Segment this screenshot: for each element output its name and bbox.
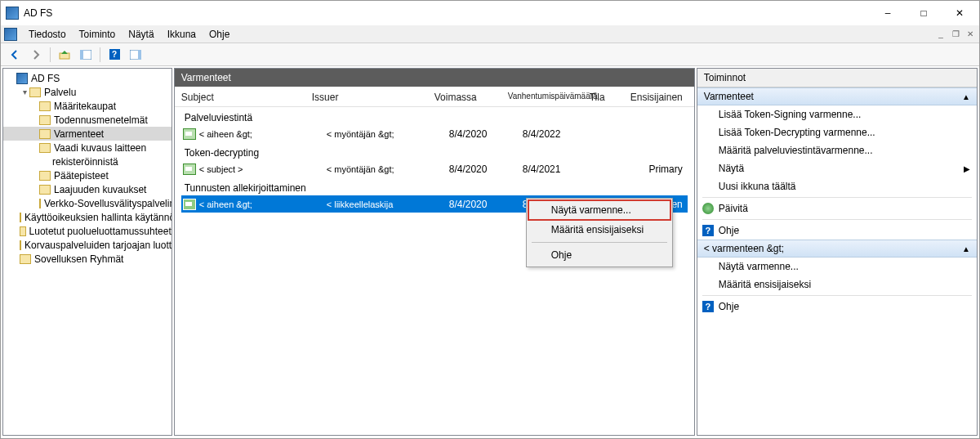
menu-action[interactable]: Toiminto xyxy=(73,27,122,42)
adfs-icon xyxy=(16,73,28,84)
cert-row[interactable]: < aiheen &gt; < myöntäjän &gt; 8/4/2020 … xyxy=(181,125,688,142)
col-issuer[interactable]: Issuer xyxy=(312,92,434,103)
tree-item-relying-party[interactable]: Luotetut puolueluottamussuhteet xyxy=(3,224,172,238)
folder-icon xyxy=(20,213,21,222)
tree-item-scope-desc[interactable]: Laajuuden kuvaukset xyxy=(3,182,172,196)
refresh-icon xyxy=(702,203,714,214)
mdi-close[interactable]: ✕ xyxy=(963,26,978,41)
tree-service[interactable]: ▾Palvelu xyxy=(3,85,172,99)
tree-pane: AD FS ▾Palvelu Määritekaupat Todennusmen… xyxy=(2,68,172,436)
mdi-minimize[interactable]: _ xyxy=(933,26,948,41)
help-icon: ? xyxy=(702,301,714,312)
group-token-decrypting: Token-decrypting < subject > < myöntäjän… xyxy=(175,142,694,177)
folder-icon xyxy=(20,226,26,236)
nav-forward-button[interactable] xyxy=(27,46,45,64)
action-add-token-decrypting[interactable]: Lisää Token-Decrypting varmenne... xyxy=(697,123,977,141)
group-title: Palveluviestintä xyxy=(181,110,688,125)
collapse-icon: ▲ xyxy=(962,244,970,253)
col-status[interactable]: Tila xyxy=(590,92,630,103)
tree-item-claims-provider[interactable]: Korvauspalveluiden tarjoajan luottamus xyxy=(3,238,172,252)
toolbar-separator xyxy=(50,47,51,62)
mmc-icon xyxy=(4,28,17,41)
tree-item-device-reg-line2[interactable]: rekisteröinnistä xyxy=(3,155,172,168)
action-view[interactable]: Näytä▶ xyxy=(697,159,977,177)
certificate-icon xyxy=(183,164,196,175)
tree-item-auth-methods[interactable]: Todennusmenetelmät xyxy=(3,113,172,127)
menu-view[interactable]: Näytä xyxy=(122,27,160,42)
window-title: AD FS xyxy=(24,7,870,19)
toolbar-separator xyxy=(100,47,100,62)
tree-item-endpoints[interactable]: Päätepisteet xyxy=(3,168,172,182)
mdi-controls: _ ❐ ✕ xyxy=(933,26,978,41)
folder-icon xyxy=(39,185,51,195)
title-bar: AD FS – □ ✕ xyxy=(1,1,979,25)
menu-help[interactable]: Ohje xyxy=(203,27,236,42)
expand-icon[interactable]: ▾ xyxy=(20,87,29,96)
svg-rect-4 xyxy=(138,50,141,60)
menu-file[interactable]: Tiedosto xyxy=(22,27,73,42)
center-header: Varmenteet xyxy=(175,69,694,87)
nav-back-button[interactable] xyxy=(6,46,24,64)
app-icon xyxy=(6,7,19,20)
tree-item-access-control[interactable]: Käyttöoikeuksien hallinta käytännöt xyxy=(3,210,172,224)
collapse-icon: ▲ xyxy=(962,92,970,101)
actions-section-certificates[interactable]: Varmenteet▲ xyxy=(697,87,977,105)
tree-item-device-reg[interactable]: Vaadi kuvaus laitteen xyxy=(3,141,172,155)
actions-header: Toiminnot xyxy=(697,69,977,87)
menu-bar: Tiedosto Toiminto Näytä Ikkuna Ohje _ ❐ … xyxy=(1,25,979,43)
folder-icon xyxy=(39,199,41,208)
menu-window[interactable]: Ikkuna xyxy=(161,27,203,42)
col-primary[interactable]: Ensisijainen xyxy=(630,92,688,103)
svg-rect-2 xyxy=(80,50,83,60)
action-refresh[interactable]: Päivitä xyxy=(697,199,977,217)
chevron-right-icon: ▶ xyxy=(964,164,970,173)
group-title: Token-decrypting xyxy=(181,146,688,160)
action-set-service-comm[interactable]: Määritä palveluviestintävarmenne... xyxy=(697,141,977,159)
svg-rect-0 xyxy=(60,53,69,59)
ctx-view-certificate[interactable]: Näytä varmenne... xyxy=(528,200,670,220)
minimize-button[interactable]: – xyxy=(870,2,906,25)
col-effective[interactable]: Voimassa xyxy=(434,92,508,103)
ctx-help[interactable]: Ohje xyxy=(528,245,670,265)
separator xyxy=(702,197,972,198)
separator xyxy=(702,219,972,220)
nav-tree[interactable]: AD FS ▾Palvelu Määritekaupat Todennusmen… xyxy=(3,71,172,266)
main-area: AD FS ▾Palvelu Määritekaupat Todennusmen… xyxy=(1,66,979,437)
show-hide-tree-button[interactable] xyxy=(77,46,95,64)
up-button[interactable] xyxy=(56,46,74,64)
folder-icon xyxy=(39,115,51,125)
actions-section-selected-cert[interactable]: < varmenteen &gt;▲ xyxy=(697,240,977,258)
help-button[interactable]: ? xyxy=(105,46,123,64)
certificate-icon xyxy=(183,199,196,210)
action-new-window[interactable]: Uusi ikkuna täältä xyxy=(697,177,977,195)
tree-root[interactable]: AD FS xyxy=(3,71,172,85)
close-button[interactable]: ✕ xyxy=(942,2,978,25)
col-subject[interactable]: Subject xyxy=(181,92,312,103)
maximize-button[interactable]: □ xyxy=(906,2,942,25)
folder-icon xyxy=(39,129,51,139)
folder-icon xyxy=(20,240,21,250)
action-help[interactable]: ?Ohje xyxy=(697,222,977,240)
action-view-certificate[interactable]: Näytä varmenne... xyxy=(697,258,977,275)
ctx-separator xyxy=(532,242,667,243)
tree-item-attribute-stores[interactable]: Määritekaupat xyxy=(3,99,172,113)
folder-icon xyxy=(29,87,41,97)
folder-icon xyxy=(20,254,31,264)
col-expiration[interactable]: Vanhentumispäivämäärä xyxy=(508,92,590,103)
folder-icon xyxy=(39,143,51,153)
tree-item-app-groups[interactable]: Sovelluksen Ryhmät xyxy=(3,252,172,266)
actions-pane: Toiminnot Varmenteet▲ Lisää Token-Signin… xyxy=(697,68,978,436)
ctx-set-primary[interactable]: Määritä ensisijaiseksi xyxy=(528,220,670,240)
action-help-2[interactable]: ?Ohje xyxy=(697,298,977,316)
mdi-restore[interactable]: ❐ xyxy=(948,26,963,41)
tree-item-webapp-proxy[interactable]: Verkko-Sovellusvälityspalvelin xyxy=(3,196,172,210)
cert-row[interactable]: < subject > < myöntäjän &gt; 8/4/2020 8/… xyxy=(181,160,688,177)
action-add-token-signing[interactable]: Lisää Token-Signing varmenne... xyxy=(697,105,977,123)
show-hide-action-button[interactable] xyxy=(127,46,145,64)
folder-icon xyxy=(39,101,51,111)
column-headers: Subject Issuer Voimassa Vanhentumispäivä… xyxy=(175,87,694,107)
action-set-primary[interactable]: Määritä ensisijaiseksi xyxy=(697,275,977,293)
center-pane: Varmenteet Subject Issuer Voimassa Vanhe… xyxy=(174,68,695,436)
tree-item-certificates[interactable]: Varmenteet xyxy=(3,127,172,141)
separator xyxy=(702,295,972,296)
